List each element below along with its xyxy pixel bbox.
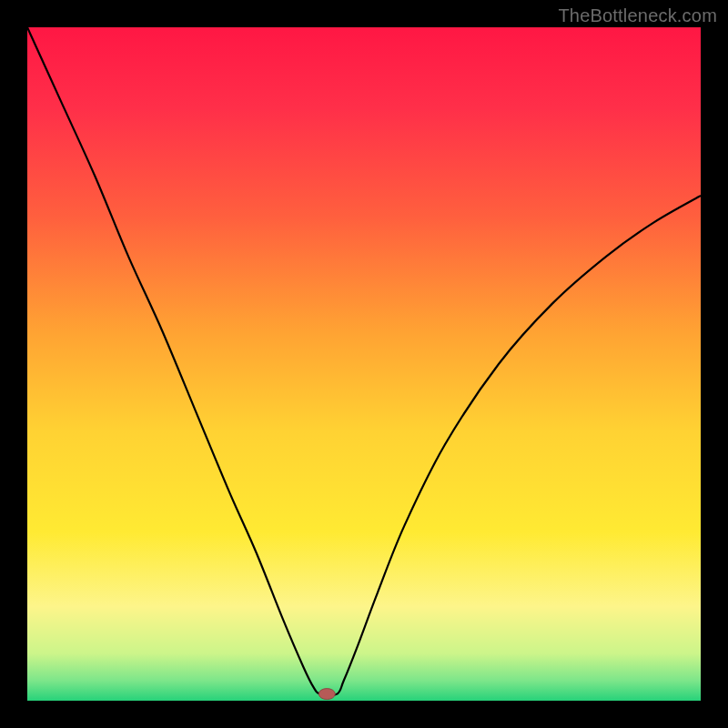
bottleneck-chart-svg — [27, 27, 701, 701]
gradient-background — [27, 27, 701, 701]
optimum-marker — [318, 689, 335, 700]
plot-area — [27, 27, 701, 701]
watermark-text: TheBottleneck.com — [558, 5, 717, 26]
chart-frame: TheBottleneck.com — [0, 0, 728, 728]
